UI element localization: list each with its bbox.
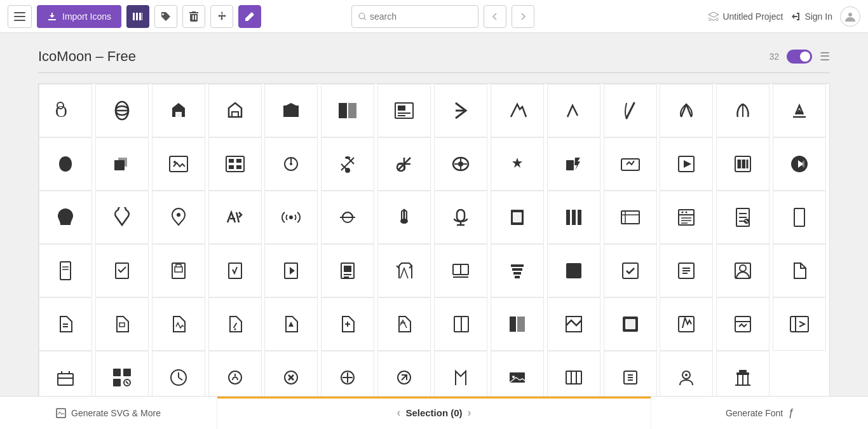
list-item[interactable] bbox=[39, 191, 92, 244]
list-item[interactable] bbox=[377, 84, 431, 137]
list-item[interactable] bbox=[773, 191, 826, 244]
list-item[interactable] bbox=[152, 137, 205, 191]
list-item[interactable] bbox=[321, 297, 374, 351]
chevron-left-icon[interactable]: ‹ bbox=[397, 406, 400, 419]
list-item[interactable] bbox=[321, 137, 374, 191]
list-item[interactable] bbox=[660, 191, 713, 244]
library-button[interactable] bbox=[126, 5, 149, 28]
list-item[interactable] bbox=[547, 137, 600, 191]
list-item[interactable] bbox=[321, 244, 374, 297]
list-item[interactable] bbox=[264, 297, 318, 351]
list-item[interactable]: O bbox=[39, 84, 92, 137]
list-item[interactable] bbox=[264, 244, 318, 297]
list-item[interactable] bbox=[95, 244, 149, 297]
list-item[interactable] bbox=[95, 137, 149, 191]
list-item[interactable] bbox=[547, 297, 600, 351]
svg-rect-61 bbox=[457, 210, 465, 221]
back-button[interactable] bbox=[484, 5, 506, 28]
list-item[interactable] bbox=[321, 84, 374, 137]
list-item[interactable] bbox=[716, 244, 770, 297]
list-item[interactable] bbox=[95, 191, 149, 244]
list-item[interactable] bbox=[321, 191, 374, 244]
selection-label: Selection (0) bbox=[405, 407, 462, 418]
list-item[interactable] bbox=[208, 84, 262, 137]
generate-svg-section[interactable]: Generate SVG & More bbox=[0, 397, 217, 420]
svg-rect-1 bbox=[14, 16, 25, 17]
list-item[interactable] bbox=[208, 297, 262, 351]
list-item[interactable] bbox=[660, 297, 713, 351]
list-item[interactable] bbox=[604, 137, 657, 191]
list-item[interactable] bbox=[264, 84, 318, 137]
avatar[interactable] bbox=[840, 6, 860, 27]
list-item[interactable] bbox=[152, 191, 205, 244]
list-item[interactable] bbox=[377, 137, 431, 191]
svg-rect-105 bbox=[515, 276, 520, 278]
list-item[interactable] bbox=[604, 297, 657, 351]
svg-rect-106 bbox=[566, 263, 581, 278]
list-item[interactable] bbox=[773, 244, 826, 297]
search-input[interactable] bbox=[370, 11, 471, 22]
list-item[interactable] bbox=[773, 297, 826, 351]
chevron-right-icon[interactable]: › bbox=[468, 406, 471, 419]
list-item[interactable] bbox=[604, 84, 657, 137]
list-item[interactable] bbox=[716, 84, 770, 137]
list-item[interactable] bbox=[604, 244, 657, 297]
svg-rect-137 bbox=[123, 369, 131, 376]
svg-rect-25 bbox=[226, 156, 244, 172]
list-item[interactable] bbox=[434, 297, 487, 351]
search-icon bbox=[358, 12, 367, 21]
project-name-area: Untitled Project bbox=[709, 11, 783, 22]
forward-button[interactable] bbox=[512, 5, 534, 28]
generate-font-section[interactable]: Generate Font ƒ bbox=[651, 397, 868, 420]
list-item[interactable] bbox=[547, 84, 600, 137]
delete-tool-button[interactable] bbox=[182, 5, 205, 28]
list-item[interactable] bbox=[491, 84, 544, 137]
list-item[interactable] bbox=[716, 191, 770, 244]
list-item[interactable] bbox=[434, 191, 487, 244]
list-item[interactable] bbox=[773, 137, 826, 191]
list-item[interactable] bbox=[547, 244, 600, 297]
list-item[interactable] bbox=[491, 191, 544, 244]
list-item[interactable] bbox=[491, 137, 544, 191]
list-item[interactable] bbox=[39, 244, 92, 297]
list-item[interactable] bbox=[152, 244, 205, 297]
list-item[interactable] bbox=[264, 191, 318, 244]
list-item[interactable] bbox=[434, 137, 487, 191]
list-item[interactable] bbox=[377, 191, 431, 244]
grid-toggle[interactable] bbox=[787, 50, 812, 64]
list-item[interactable] bbox=[716, 137, 770, 191]
icon-set-controls: 32 ☰ bbox=[769, 50, 830, 64]
sign-in-button[interactable]: Sign In bbox=[790, 11, 832, 22]
menu-button[interactable] bbox=[8, 5, 32, 28]
list-item[interactable] bbox=[95, 84, 149, 137]
list-item[interactable] bbox=[491, 244, 544, 297]
list-item[interactable] bbox=[95, 297, 149, 351]
list-item[interactable] bbox=[39, 297, 92, 351]
list-item[interactable] bbox=[604, 191, 657, 244]
list-item[interactable] bbox=[660, 84, 713, 137]
list-item[interactable] bbox=[660, 137, 713, 191]
list-item[interactable] bbox=[39, 137, 92, 191]
list-item[interactable] bbox=[208, 244, 262, 297]
list-item[interactable] bbox=[264, 137, 318, 191]
list-item[interactable] bbox=[491, 297, 544, 351]
list-item[interactable] bbox=[208, 191, 262, 244]
list-item[interactable] bbox=[434, 84, 487, 137]
list-view-button[interactable]: ☰ bbox=[820, 50, 830, 64]
list-item[interactable] bbox=[434, 244, 487, 297]
list-item[interactable] bbox=[377, 297, 431, 351]
tag-tool-button[interactable] bbox=[154, 5, 177, 28]
svg-rect-65 bbox=[513, 212, 522, 222]
list-item[interactable] bbox=[660, 244, 713, 297]
list-item[interactable] bbox=[152, 297, 205, 351]
list-item[interactable] bbox=[547, 191, 600, 244]
edit-tool-button[interactable] bbox=[238, 5, 261, 28]
list-item[interactable] bbox=[208, 137, 262, 191]
list-item[interactable] bbox=[716, 297, 770, 351]
selection-section[interactable]: ‹ Selection (0) › bbox=[217, 397, 651, 420]
move-tool-button[interactable] bbox=[210, 5, 233, 28]
list-item[interactable] bbox=[152, 84, 205, 137]
import-icons-button[interactable]: Import Icons bbox=[37, 5, 121, 28]
list-item[interactable] bbox=[773, 84, 826, 137]
list-item[interactable] bbox=[377, 244, 431, 297]
